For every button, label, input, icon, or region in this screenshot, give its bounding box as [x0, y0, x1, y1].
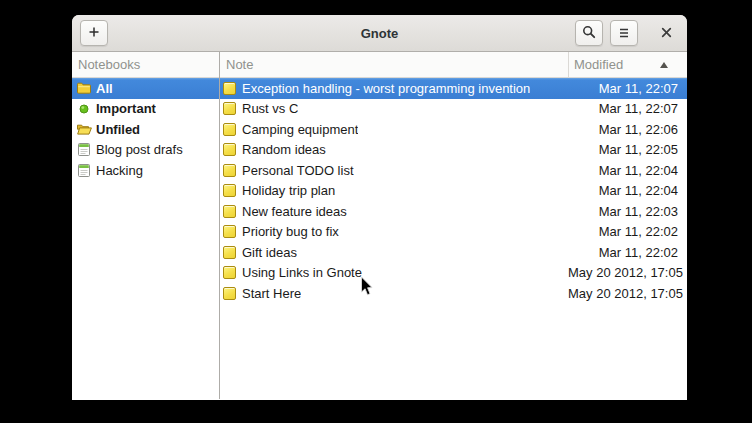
- note-icon: [223, 143, 236, 156]
- note-modified: May 20 2012, 17:05: [568, 265, 687, 280]
- note-title: Rust vs C: [242, 101, 298, 116]
- new-note-button[interactable]: [80, 20, 108, 46]
- note-row[interactable]: Gift ideas Mar 11, 22:02: [220, 242, 687, 263]
- modified-column-header[interactable]: Modified: [568, 52, 687, 77]
- note-icon: [223, 225, 236, 238]
- note-row[interactable]: Holiday trip plan Mar 11, 22:04: [220, 181, 687, 202]
- close-button[interactable]: [653, 20, 679, 46]
- note-icon: [223, 82, 236, 95]
- search-button[interactable]: [575, 20, 603, 46]
- note-icon: [223, 164, 236, 177]
- note-icon: [223, 102, 236, 115]
- note-modified: Mar 11, 22:04: [568, 163, 687, 178]
- note-title: Exception handling - worst programming i…: [242, 81, 530, 96]
- note-modified: Mar 11, 22:04: [568, 183, 687, 198]
- sidebar-item-label: Hacking: [96, 163, 143, 178]
- notebooks-header-label: Notebooks: [72, 57, 140, 72]
- note-icon: [223, 205, 236, 218]
- note-modified: Mar 11, 22:05: [568, 142, 687, 157]
- note-modified: Mar 11, 22:02: [568, 224, 687, 239]
- sidebar-item-blog-post-drafs[interactable]: Blog post drafs: [72, 140, 219, 161]
- note-row[interactable]: New feature ideas Mar 11, 22:03: [220, 201, 687, 222]
- headerbar: Gnote: [72, 15, 687, 52]
- note-title: Personal TODO list: [242, 163, 354, 178]
- note-modified: Mar 11, 22:07: [568, 101, 687, 116]
- note-row[interactable]: Camping equipment Mar 11, 22:06: [220, 119, 687, 140]
- note-title: Using Links in Gnote: [242, 265, 362, 280]
- note-modified: Mar 11, 22:06: [568, 122, 687, 137]
- notebooks-pane: Notebooks All Important Unfiled: [72, 52, 220, 399]
- note-title: Holiday trip plan: [242, 183, 335, 198]
- note-icon: [223, 287, 236, 300]
- menu-button[interactable]: [610, 20, 638, 46]
- note-modified: Mar 11, 22:03: [568, 204, 687, 219]
- note-row[interactable]: Priority bug to fix Mar 11, 22:02: [220, 222, 687, 243]
- notebooks-column-header[interactable]: Notebooks: [72, 52, 219, 78]
- note-title: New feature ideas: [242, 204, 347, 219]
- plus-icon: [88, 26, 100, 41]
- note-title: Priority bug to fix: [242, 224, 339, 239]
- sidebar-item-hacking[interactable]: Hacking: [72, 160, 219, 181]
- note-title: Gift ideas: [242, 245, 297, 260]
- note-row[interactable]: Personal TODO list Mar 11, 22:04: [220, 160, 687, 181]
- note-icon: [223, 184, 236, 197]
- gnote-window: Gnote Notebooks: [72, 15, 687, 400]
- note-icon: [223, 266, 236, 279]
- note-row[interactable]: Random ideas Mar 11, 22:05: [220, 140, 687, 161]
- note-row[interactable]: Exception handling - worst programming i…: [220, 78, 687, 99]
- note-row[interactable]: Rust vs C Mar 11, 22:07: [220, 99, 687, 120]
- note-title: Random ideas: [242, 142, 326, 157]
- note-title: Camping equipment: [242, 122, 358, 137]
- note-column-header[interactable]: Note: [220, 57, 568, 72]
- note-icon: [223, 123, 236, 136]
- notes-pane: Note Modified Exception handling - worst…: [220, 52, 687, 399]
- search-icon: [582, 25, 596, 42]
- sidebar-item-label: All: [96, 81, 113, 96]
- notepad-icon: [76, 164, 92, 177]
- sidebar-item-all[interactable]: All: [72, 78, 219, 99]
- sidebar-item-label: Blog post drafs: [96, 142, 183, 157]
- note-icon: [223, 246, 236, 259]
- sort-ascending-icon: [660, 62, 668, 68]
- sidebar-item-label: Unfiled: [96, 122, 140, 137]
- folder-icon: [76, 82, 92, 94]
- green-dot-icon: [76, 104, 92, 114]
- hamburger-icon: [618, 26, 630, 41]
- notepad-icon: [76, 143, 92, 156]
- sidebar-item-important[interactable]: Important: [72, 99, 219, 120]
- close-x-icon: [661, 26, 672, 41]
- note-row[interactable]: Using Links in Gnote May 20 2012, 17:05: [220, 263, 687, 284]
- note-title: Start Here: [242, 286, 301, 301]
- note-row[interactable]: Start Here May 20 2012, 17:05: [220, 283, 687, 304]
- sidebar-item-label: Important: [96, 101, 156, 116]
- open-folder-icon: [76, 123, 92, 135]
- note-modified: Mar 11, 22:02: [568, 245, 687, 260]
- note-modified: Mar 11, 22:07: [568, 81, 687, 96]
- note-modified: May 20 2012, 17:05: [568, 286, 687, 301]
- sidebar-item-unfiled[interactable]: Unfiled: [72, 119, 219, 140]
